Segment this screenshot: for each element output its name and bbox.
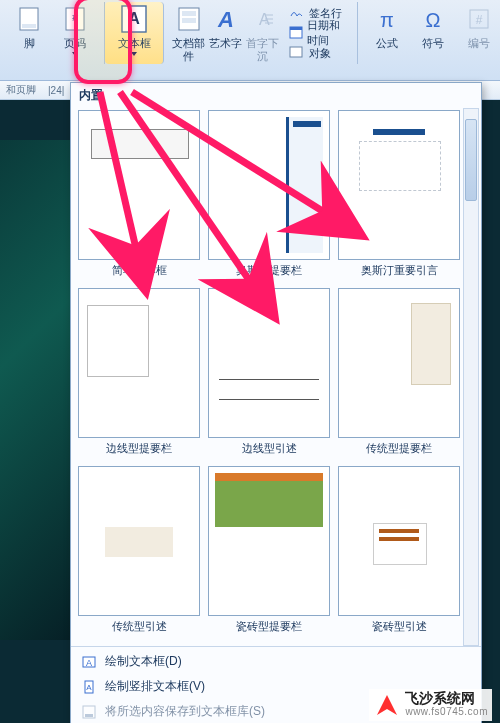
svg-rect-16: [290, 47, 302, 57]
svg-text:#: #: [72, 11, 79, 23]
tile-austin-sidebar[interactable]: 奥斯汀提要栏: [207, 110, 331, 282]
svg-rect-1: [22, 24, 36, 28]
chevron-down-icon: [72, 52, 78, 56]
ribbon-group-symbols: π 公式 Ω 符号 # 编号: [358, 2, 500, 64]
save-icon: [81, 704, 97, 720]
text-box-gallery-dropdown: 内置 简单文本框 奥斯汀提要栏 奥斯汀重要引言 边线型提要栏: [70, 82, 482, 723]
svg-text:A: A: [86, 658, 92, 668]
footnote-icon: [14, 3, 44, 35]
tile-border-sidebar[interactable]: 边线型提要栏: [77, 288, 201, 460]
number-icon: #: [464, 3, 494, 35]
tile-border-quote[interactable]: 边线型引述: [207, 288, 331, 460]
calendar-icon: [289, 25, 303, 41]
svg-text:A: A: [217, 7, 234, 32]
watermark-title: 飞沙系统网: [405, 691, 488, 705]
watermark-url: www.fs0745.com: [405, 705, 488, 719]
svg-rect-15: [290, 27, 302, 30]
svg-text:A: A: [86, 683, 92, 692]
gallery: 简单文本框 奥斯汀提要栏 奥斯汀重要引言 边线型提要栏 边线型引述: [71, 106, 481, 646]
tile-austin-quote[interactable]: 奥斯汀重要引言: [337, 110, 461, 282]
document-background: [0, 140, 70, 640]
tile-traditional-quote[interactable]: 传统型引述: [77, 466, 201, 638]
ribbon: 脚 # 页码 A 文本框 文档部件 A: [0, 0, 500, 81]
drop-cap-icon: A: [248, 3, 278, 35]
chevron-down-icon: [131, 52, 137, 56]
text-box-icon: A: [119, 3, 149, 35]
footnote-label: 脚: [24, 37, 35, 50]
number-button[interactable]: # 编号: [456, 1, 500, 65]
workspace: 内置 简单文本框 奥斯汀提要栏 奥斯汀重要引言 边线型提要栏: [0, 100, 500, 723]
drop-cap-label: 首字下沉: [246, 37, 279, 63]
text-box-small-icon: A: [81, 654, 97, 670]
ribbon-group-text: A 文本框: [105, 2, 164, 64]
date-time-button[interactable]: 日期和时间: [285, 23, 351, 43]
menu-draw-text-box[interactable]: A 绘制文本框(D): [71, 649, 481, 674]
equation-icon: π: [372, 3, 402, 35]
quick-parts-label: 文档部件: [172, 37, 205, 63]
page-number-label: 页码: [64, 37, 86, 50]
text-box-button[interactable]: A 文本框: [111, 1, 157, 65]
watermark-logo-icon: [373, 691, 401, 719]
header-footer-label: 和页脚: [6, 83, 36, 97]
word-art-label: 艺术字: [209, 37, 242, 50]
equation-button[interactable]: π 公式: [364, 1, 410, 65]
symbol-button[interactable]: Ω 符号: [410, 1, 456, 65]
word-art-icon: A: [211, 3, 241, 35]
watermark: 飞沙系统网 www.fs0745.com: [369, 689, 492, 721]
gallery-section-title: 内置: [71, 83, 481, 106]
svg-rect-8: [182, 18, 196, 23]
svg-text:Ω: Ω: [426, 9, 441, 31]
svg-rect-26: [85, 714, 93, 717]
quick-parts-button[interactable]: 文档部件: [170, 1, 207, 65]
drop-cap-button[interactable]: A 首字下沉: [244, 1, 281, 65]
word-art-button[interactable]: A 艺术字: [207, 1, 244, 65]
page-number-icon: #: [60, 3, 90, 35]
gallery-scrollbar[interactable]: [463, 108, 479, 646]
tile-tile-sidebar[interactable]: 瓷砖型提要栏: [207, 466, 331, 638]
svg-text:#: #: [476, 13, 483, 27]
text-box-label: 文本框: [118, 37, 151, 50]
object-button[interactable]: 对象: [285, 43, 351, 63]
object-icon: [289, 45, 305, 61]
ribbon-group-text2: 文档部件 A 艺术字 A 首字下沉 签名行 日期和时间: [164, 2, 358, 64]
tile-simple-text-box[interactable]: 简单文本框: [77, 110, 201, 282]
svg-text:π: π: [380, 9, 394, 31]
symbol-icon: Ω: [418, 3, 448, 35]
quick-parts-icon: [174, 3, 204, 35]
signature-icon: [289, 5, 305, 21]
svg-rect-7: [182, 11, 196, 16]
vertical-text-box-icon: A: [81, 679, 97, 695]
page-number-button[interactable]: # 页码: [52, 1, 98, 65]
tile-tile-quote[interactable]: 瓷砖型引述: [337, 466, 461, 638]
svg-text:A: A: [128, 10, 140, 27]
scrollbar-thumb[interactable]: [465, 119, 477, 201]
footnote-button[interactable]: 脚: [6, 1, 52, 65]
tile-traditional-sidebar[interactable]: 传统型提要栏: [337, 288, 461, 460]
ribbon-group-header-footer: 脚 # 页码: [0, 2, 105, 64]
gallery-grid: 简单文本框 奥斯汀提要栏 奥斯汀重要引言 边线型提要栏 边线型引述: [71, 106, 481, 642]
